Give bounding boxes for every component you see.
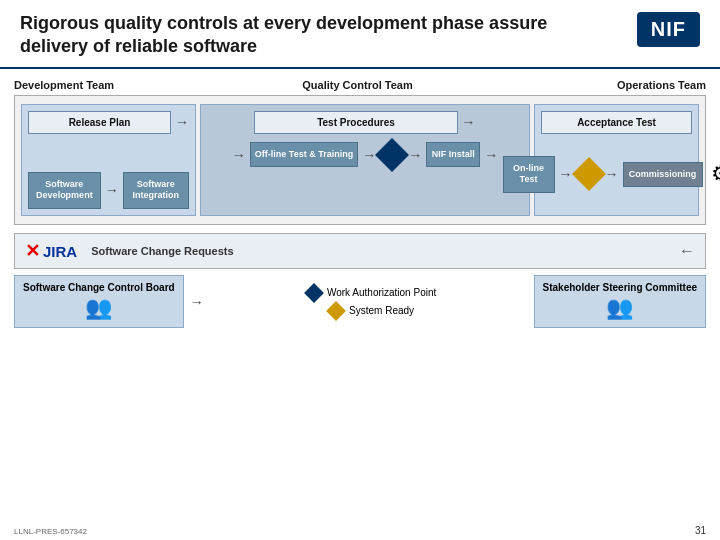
dev-int-arrow: → bbox=[105, 182, 119, 198]
dev-team-label: Development Team bbox=[14, 79, 189, 91]
software-dev-box: Software Development bbox=[28, 172, 101, 209]
sccb-arrow: → bbox=[190, 294, 204, 310]
diamond-nif-arrow: → bbox=[408, 147, 422, 163]
sccb-box: Software Change Control Board 👥 bbox=[14, 275, 184, 328]
sccb-icon: 👥 bbox=[85, 295, 112, 321]
jira-brand: JIRA bbox=[43, 243, 77, 260]
commissioning-box: Commissioning bbox=[623, 162, 703, 188]
jira-arrow: ← bbox=[679, 242, 695, 260]
stakeholder-label: Stakeholder Steering Committee bbox=[543, 282, 697, 293]
jira-label: Software Change Requests bbox=[91, 245, 233, 257]
ops-team-label: Operations Team bbox=[526, 79, 706, 91]
nif-logo: NIF bbox=[637, 12, 700, 47]
wap-diamond-qc bbox=[375, 138, 409, 172]
footer-doc-id: LLNL-PRES-657342 bbox=[14, 527, 87, 536]
release-arrow: → bbox=[175, 114, 189, 130]
int-offline-arrow: → bbox=[232, 147, 246, 163]
jira-row: ✕ JIRA Software Change Requests ← bbox=[14, 233, 706, 269]
qc-section: Test Procedures → → Off-line Test & Trai… bbox=[200, 104, 530, 216]
wap-legend-label: Work Authorization Point bbox=[327, 287, 436, 298]
release-plan-box: Release Plan bbox=[28, 111, 171, 134]
stakeholder-icon: 👥 bbox=[606, 295, 633, 321]
legend-system-ready: System Ready bbox=[329, 304, 414, 318]
sccb-label: Software Change Control Board bbox=[23, 282, 175, 293]
wap-legend-diamond bbox=[304, 283, 324, 303]
main-content: Development Team Quality Control Team Op… bbox=[0, 69, 720, 338]
page-title: Rigorous quality controls at every devel… bbox=[20, 12, 600, 59]
ops-section: Acceptance Test On-line Test → → Commiss… bbox=[534, 104, 699, 216]
jira-x-icon: ✕ bbox=[25, 240, 40, 262]
acceptance-test-box: Acceptance Test bbox=[541, 111, 692, 134]
nif-install-box: NIF Install bbox=[426, 142, 480, 168]
legend-area: Work Authorization Point System Ready bbox=[210, 286, 534, 318]
header: Rigorous quality controls at every devel… bbox=[0, 0, 720, 69]
test-proc-box: Test Procedures bbox=[254, 111, 457, 134]
qc-flow-row: → Off-line Test & Training → → NIF Insta… bbox=[207, 142, 523, 168]
online-test-box: On-line Test bbox=[503, 156, 555, 193]
process-container: Release Plan → Software Development → So… bbox=[14, 95, 706, 225]
dev-section: Release Plan → Software Development → So… bbox=[21, 104, 196, 216]
bottom-section: Software Change Control Board 👥 → Work A… bbox=[14, 275, 706, 328]
team-labels-row: Development Team Quality Control Team Op… bbox=[14, 79, 706, 91]
nif-online-arrow: → bbox=[484, 147, 498, 163]
system-ready-legend-label: System Ready bbox=[349, 305, 414, 316]
qc-team-label: Quality Control Team bbox=[223, 79, 493, 91]
offline-test-box: Off-line Test & Training bbox=[250, 142, 358, 168]
wap-diamond-ops bbox=[572, 157, 606, 191]
stakeholder-box: Stakeholder Steering Committee 👥 bbox=[534, 275, 706, 328]
test-arrow: → bbox=[462, 114, 476, 130]
legend-wap: Work Authorization Point bbox=[307, 286, 436, 300]
software-int-box: Software Integration bbox=[123, 172, 189, 209]
jira-logo: ✕ JIRA bbox=[25, 240, 77, 262]
system-ready-legend-diamond bbox=[326, 301, 346, 321]
comm-arrow: → bbox=[605, 166, 619, 182]
gear-icon: ⚙ bbox=[711, 161, 721, 187]
footer-page-num: 31 bbox=[695, 525, 706, 536]
online-comm-arrow: → bbox=[559, 166, 573, 182]
